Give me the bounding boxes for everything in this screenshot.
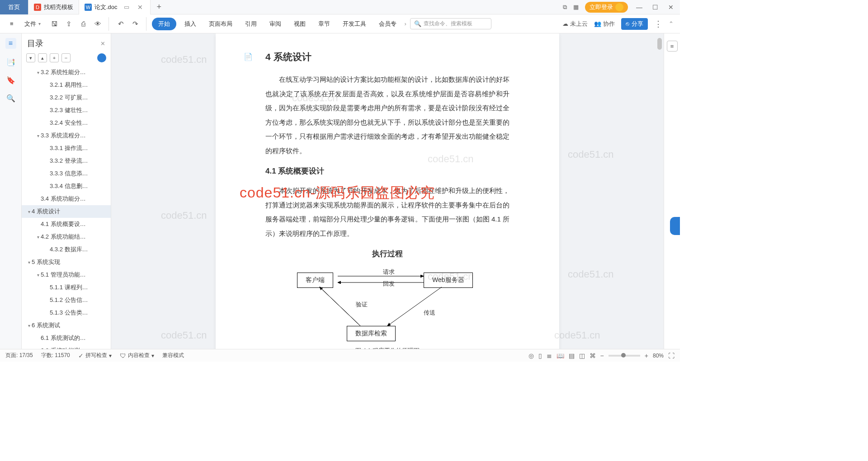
outline-item[interactable]: 5.1.3 公告类… (22, 306, 111, 319)
scrollbar-thumb[interactable] (657, 38, 662, 50)
outline-item[interactable]: 3.3.1 操作流… (22, 142, 111, 155)
outline-item[interactable]: ▾5.1 管理员功能… (22, 268, 111, 281)
outline-item[interactable]: ▾4 系统设计 (22, 205, 111, 218)
outline-item[interactable]: 3.3.2 登录流… (22, 155, 111, 167)
collab-button[interactable]: 👥协作 (594, 20, 615, 28)
outline-item[interactable]: ▾5 系统实现 (22, 256, 111, 268)
outline-item[interactable]: ▾4.2 系统功能结… (22, 230, 111, 243)
redo-icon[interactable]: ↷ (129, 17, 142, 31)
ribbon-tab-review[interactable]: 审阅 (265, 17, 286, 31)
share-button[interactable]: ⎋分享 (621, 18, 648, 30)
outline-item[interactable]: 3.3.4 信息删… (22, 180, 111, 193)
page-indicator[interactable]: 页面: 17/35 (5, 352, 33, 359)
find-icon[interactable]: 🔍 (6, 93, 16, 103)
assistant-icon[interactable] (97, 53, 106, 62)
login-button[interactable]: 立即登录 (585, 2, 628, 13)
document-area[interactable]: 📄 4 系统设计 在线互动学习网站的设计方案比如功能框架的设计，比如数据库的设计… (111, 33, 664, 349)
outline-item[interactable]: 6.1 系统测试的… (22, 332, 111, 344)
collapse-ribbon-icon[interactable]: ⌃ (669, 20, 674, 27)
tab-template[interactable]: D 找稻壳模板 (28, 0, 79, 14)
tab-document-label: 论文.doc (94, 3, 118, 11)
tab-document[interactable]: W 论文.doc ▭ ✕ (79, 0, 151, 14)
maximize-icon[interactable]: ☐ (651, 4, 660, 11)
right-bar: ≡ (664, 33, 680, 349)
ribbon-tab-insert[interactable]: 插入 (180, 17, 201, 31)
compat-mode[interactable]: 兼容模式 (162, 352, 184, 359)
insert-icon[interactable]: 📄 (244, 52, 253, 61)
save-icon[interactable]: 🖫 (48, 17, 61, 31)
target-icon[interactable]: ◎ (528, 352, 534, 359)
ribbon-tab-chapter[interactable]: 章节 (314, 17, 335, 31)
expand-all-icon[interactable]: ▴ (38, 53, 47, 62)
folder-icon[interactable]: 📑 (6, 57, 16, 67)
outline-item[interactable]: 3.2.4 安全性… (22, 117, 111, 129)
ribbon-tab-vip[interactable]: 会员专 (374, 17, 401, 31)
collapse-all-icon[interactable]: ▾ (26, 53, 35, 62)
search-input[interactable]: 🔍 查找命令、搜索模板 (410, 18, 491, 29)
outline-item[interactable]: 3.2.3 健壮性… (22, 104, 111, 117)
tab-screen-icon[interactable]: ▭ (120, 4, 133, 10)
word-count[interactable]: 字数: 11570 (41, 352, 70, 359)
outline-view-icon[interactable]: ▤ (569, 352, 575, 359)
outline-item[interactable]: 3.2.1 易用性… (22, 79, 111, 91)
ribbon-tab-view[interactable]: 视图 (289, 17, 310, 31)
tab-home[interactable]: 首页 (0, 0, 28, 14)
flow-caption: 图 4.1 程序工作的原理图 (265, 347, 509, 349)
side-tab[interactable] (670, 217, 680, 235)
fullscreen-icon[interactable]: ⛶ (668, 352, 675, 359)
ribbon-tab-start[interactable]: 开始 (152, 18, 176, 30)
outline-item[interactable]: 4.3.2 数据库… (22, 243, 111, 256)
ribbon-tab-ref[interactable]: 引用 (241, 17, 261, 31)
file-menu[interactable]: 文件 ▾ (21, 17, 44, 31)
paragraph: 在线互动学习网站的设计方案比如功能框架的设计，比如数据库的设计的好坏也就决定了该… (265, 72, 509, 158)
outline-item[interactable]: 3.2.2 可扩展… (22, 91, 111, 104)
outline-close-icon[interactable]: ✕ (100, 40, 105, 47)
page-view-icon[interactable]: ▯ (538, 352, 542, 359)
outline-icon[interactable]: ≡ (5, 38, 16, 49)
ribbon-tab-layout[interactable]: 页面布局 (204, 17, 237, 31)
apps-icon[interactable]: ▦ (573, 4, 579, 10)
remove-item-icon[interactable]: − (61, 53, 71, 62)
right-menu-icon[interactable]: ≡ (667, 41, 678, 52)
preview-icon[interactable]: 👁 (91, 17, 105, 31)
outline-item[interactable]: 3.4 系统功能分… (22, 193, 111, 205)
svg-line-3 (320, 287, 360, 326)
zoom-value[interactable]: 80% (653, 353, 664, 359)
web-view-icon[interactable]: ≣ (547, 352, 552, 359)
outline-item[interactable]: ▾6.2 系统功能测… (22, 344, 111, 349)
close-icon[interactable]: ✕ (666, 4, 675, 11)
outline-item[interactable]: ▾3.2 系统性能分… (22, 66, 111, 79)
read-view-icon[interactable]: 📖 (557, 352, 564, 359)
outline-item[interactable]: 4.1 系统概要设… (22, 218, 111, 230)
more-icon[interactable]: ⋮ (654, 19, 662, 29)
add-item-icon[interactable]: + (50, 53, 59, 62)
undo-icon[interactable]: ↶ (114, 17, 128, 31)
zoom-slider[interactable] (609, 355, 640, 357)
minimize-icon[interactable]: — (634, 4, 644, 11)
cloud-status[interactable]: ☁未上云 (562, 20, 588, 28)
zoom-out-icon[interactable]: − (600, 352, 604, 359)
bookmark-icon[interactable]: 🔖 (6, 75, 16, 85)
outline-item[interactable]: ▾6 系统测试 (22, 319, 111, 332)
reader-icon[interactable]: ⌘ (590, 352, 596, 359)
body: ≡ 📑 🔖 🔍 目录 ✕ ▾ ▴ + − ▾3.2 系统性能分…3.2.1 易用… (0, 33, 680, 349)
dual-view-icon[interactable]: ◫ (579, 352, 585, 359)
outline-item[interactable]: 5.1.1 课程列… (22, 281, 111, 294)
ribbon-tab-dev[interactable]: 开发工具 (338, 17, 371, 31)
hamburger-icon[interactable]: ≡ (6, 18, 17, 30)
spellcheck-icon: ✓ (78, 352, 84, 359)
spellcheck-button[interactable]: ✓拼写检查 ▾ (78, 352, 112, 359)
outline-toolbar: ▾ ▴ + − (22, 52, 111, 66)
content-check-button[interactable]: 🛡内容检查 ▾ (120, 352, 154, 359)
avatar-icon (615, 3, 623, 11)
print-icon[interactable]: ⎙ (77, 17, 90, 31)
outline-item[interactable]: 5.1.2 公告信… (22, 294, 111, 306)
outline-item[interactable]: 3.3.3 信息添… (22, 167, 111, 180)
statusbar: 页面: 17/35 字数: 11570 ✓拼写检查 ▾ 🛡内容检查 ▾ 兼容模式… (0, 349, 680, 362)
tab-close-icon[interactable]: ✕ (136, 4, 145, 11)
tab-add[interactable]: + (151, 2, 168, 12)
outline-item[interactable]: ▾3.3 系统流程分… (22, 129, 111, 142)
zoom-in-icon[interactable]: + (645, 352, 648, 359)
split-icon[interactable]: ⧉ (563, 4, 567, 11)
export-icon[interactable]: ⇪ (62, 17, 76, 31)
